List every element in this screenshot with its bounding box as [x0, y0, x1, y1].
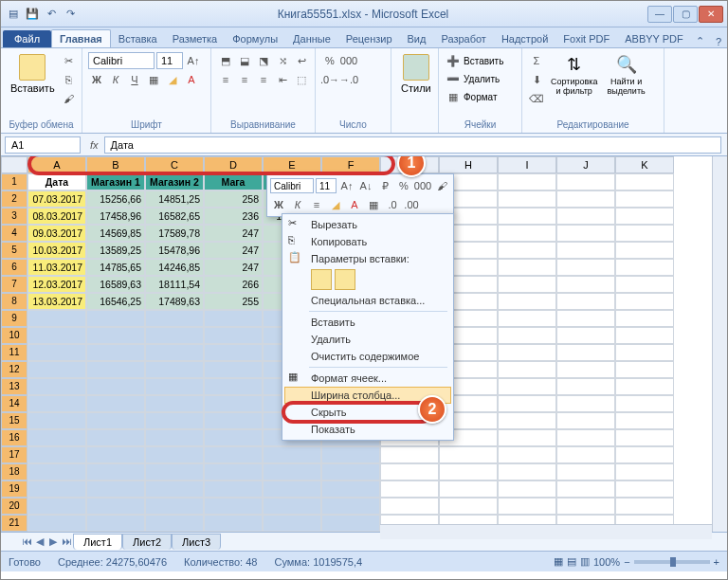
cell[interactable] — [204, 378, 263, 395]
indent-dec-icon[interactable]: ⇤ — [274, 71, 291, 88]
col-header-i[interactable]: I — [498, 156, 556, 173]
cell[interactable] — [145, 480, 204, 498]
cell[interactable] — [615, 446, 674, 463]
cell[interactable]: 266 — [204, 276, 263, 293]
cell[interactable]: 236 — [204, 208, 263, 225]
cell[interactable] — [204, 395, 263, 412]
cell[interactable] — [439, 480, 498, 498]
cell[interactable] — [204, 361, 263, 378]
cell[interactable] — [615, 208, 674, 225]
sort-filter-button[interactable]: ⇅Сортировка и фильтр — [547, 52, 601, 98]
cell[interactable] — [498, 225, 556, 242]
col-header-f[interactable]: F — [321, 156, 380, 173]
cell[interactable] — [556, 173, 615, 190]
cell[interactable] — [321, 463, 380, 480]
border-icon[interactable]: ▦ — [145, 71, 162, 88]
tab-data[interactable]: Данные — [285, 30, 338, 47]
cell[interactable]: 14246,85 — [145, 259, 204, 276]
font-name-combo[interactable]: Calibri — [88, 52, 155, 69]
mini-border-icon[interactable]: ▦ — [365, 196, 382, 213]
sheet-tab-2[interactable]: Лист2 — [122, 534, 172, 550]
maximize-button[interactable]: ▢ — [673, 6, 698, 23]
cell[interactable] — [556, 395, 615, 412]
cell[interactable] — [556, 429, 615, 446]
cell[interactable] — [86, 310, 145, 327]
cell[interactable] — [615, 395, 674, 412]
cell[interactable]: 14851,25 — [145, 190, 204, 208]
cell[interactable]: 16589,63 — [86, 276, 145, 293]
row-header[interactable]: 16 — [1, 429, 27, 446]
col-header-k[interactable]: K — [615, 156, 674, 173]
cell[interactable] — [86, 412, 145, 429]
cell[interactable] — [204, 498, 263, 515]
cell[interactable]: 258 — [204, 190, 263, 208]
cell[interactable] — [145, 429, 204, 446]
cm-paste-special[interactable]: Специальная вставка... — [284, 292, 451, 309]
horizontal-scrollbar[interactable] — [380, 524, 712, 539]
cell[interactable] — [204, 515, 263, 532]
tab-review[interactable]: Рецензир — [338, 30, 400, 47]
fill-icon[interactable]: ⬇ — [528, 71, 545, 88]
cell[interactable] — [615, 327, 674, 344]
mini-currency-icon[interactable]: ₽ — [376, 177, 393, 194]
cell[interactable] — [86, 480, 145, 498]
cell[interactable] — [498, 412, 556, 429]
cell[interactable] — [145, 446, 204, 463]
cell[interactable] — [556, 293, 615, 310]
cell[interactable] — [27, 480, 86, 498]
tab-formulas[interactable]: Формулы — [225, 30, 285, 47]
cell[interactable] — [27, 515, 86, 532]
cell[interactable] — [27, 327, 86, 344]
cell[interactable] — [498, 173, 556, 190]
cm-cut[interactable]: ✂Вырезать — [284, 216, 451, 233]
tab-developer[interactable]: Разработ — [433, 30, 493, 47]
cell[interactable] — [204, 463, 263, 480]
cell[interactable] — [556, 498, 615, 515]
cell[interactable] — [27, 395, 86, 412]
cell[interactable]: 247 — [204, 225, 263, 242]
cell[interactable]: 13589,25 — [86, 242, 145, 259]
align-left-icon[interactable]: ≡ — [217, 71, 234, 88]
row-header[interactable]: 2 — [1, 190, 27, 208]
vertical-scrollbar[interactable] — [712, 156, 727, 532]
row-header[interactable]: 18 — [1, 463, 27, 480]
cell[interactable] — [86, 463, 145, 480]
cell[interactable] — [615, 498, 674, 515]
col-header-e[interactable]: E — [263, 156, 321, 173]
cell[interactable] — [498, 480, 556, 498]
sheet-nav-last[interactable]: ⏭ — [60, 535, 73, 549]
cell[interactable] — [27, 412, 86, 429]
row-header[interactable]: 12 — [1, 361, 27, 378]
row-header[interactable]: 4 — [1, 225, 27, 242]
cell[interactable] — [145, 310, 204, 327]
mini-thousands-icon[interactable]: 000 — [414, 177, 431, 194]
cell[interactable] — [145, 395, 204, 412]
cell[interactable] — [204, 480, 263, 498]
cell[interactable] — [615, 310, 674, 327]
cell[interactable] — [556, 310, 615, 327]
col-header-h[interactable]: H — [439, 156, 498, 173]
cell[interactable] — [556, 446, 615, 463]
redo-icon[interactable]: ↷ — [62, 6, 79, 23]
cell[interactable] — [439, 446, 498, 463]
cell[interactable] — [263, 463, 321, 480]
col-header-a[interactable]: A — [27, 156, 86, 173]
cell[interactable]: 247 — [204, 242, 263, 259]
delete-cells-icon[interactable]: ➖ — [445, 70, 462, 87]
cell[interactable] — [498, 378, 556, 395]
cell[interactable] — [556, 208, 615, 225]
cell[interactable] — [27, 498, 86, 515]
tab-abbyy[interactable]: ABBYY PDF — [617, 30, 691, 47]
cell[interactable]: 16582,65 — [145, 208, 204, 225]
cell[interactable] — [615, 412, 674, 429]
cell[interactable] — [556, 480, 615, 498]
cell[interactable] — [145, 515, 204, 532]
cell[interactable] — [380, 480, 439, 498]
cell[interactable] — [86, 498, 145, 515]
font-size-combo[interactable]: 11 — [156, 52, 183, 69]
cell[interactable] — [498, 429, 556, 446]
col-header-d[interactable]: D — [204, 156, 263, 173]
row-header[interactable]: 1 — [1, 173, 27, 190]
grow-font-icon[interactable]: A↑ — [185, 52, 202, 69]
cell[interactable]: 08.03.2017 — [27, 208, 86, 225]
